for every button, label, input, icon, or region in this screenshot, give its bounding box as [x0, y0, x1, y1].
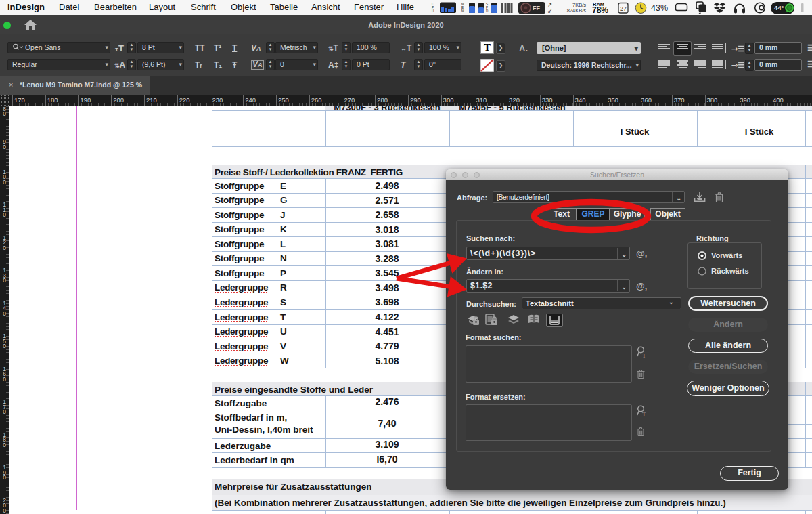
svg-text:44°: 44° [774, 4, 784, 12]
svg-text:824KB/s: 824KB/s [567, 7, 587, 14]
svg-text:T: T [642, 411, 646, 417]
svg-text:D: D [486, 9, 489, 13]
svg-text:↙: ↙ [547, 7, 552, 14]
svg-text:U: U [432, 9, 434, 13]
svg-text:T: T [642, 352, 646, 358]
svg-text:27: 27 [620, 5, 627, 12]
svg-text:M: M [461, 9, 464, 13]
svg-text:FF: FF [533, 5, 540, 12]
svg-text:78%: 78% [592, 5, 608, 15]
svg-text:43%: 43% [651, 3, 668, 13]
